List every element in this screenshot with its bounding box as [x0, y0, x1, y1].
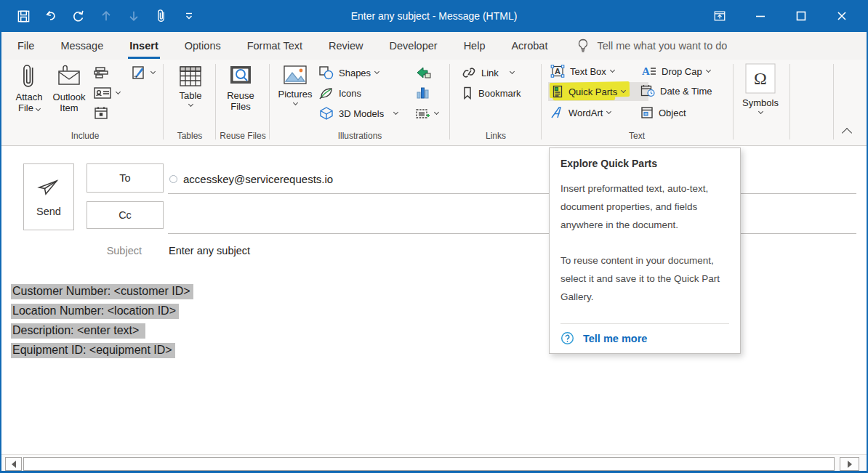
- 3d-models-button[interactable]: 3D Models: [318, 105, 410, 122]
- cc-field-underline[interactable]: [168, 233, 856, 234]
- scroll-right-button[interactable]: [840, 457, 859, 471]
- attach-file-button[interactable]: Attach File: [10, 62, 48, 113]
- drop-cap-button[interactable]: A Drop Cap: [640, 62, 710, 80]
- table-button[interactable]: Table: [170, 62, 211, 106]
- calendar-button[interactable]: [93, 105, 109, 122]
- collapse-ribbon-icon[interactable]: [842, 128, 852, 138]
- omega-icon: Ω: [744, 62, 776, 94]
- outlook-item-button[interactable]: Outlook Item: [48, 62, 90, 113]
- scroll-left-button[interactable]: [5, 457, 22, 471]
- close-icon[interactable]: [821, 0, 862, 32]
- minimize-icon[interactable]: [740, 0, 781, 32]
- group-separator: [833, 64, 834, 140]
- chart-button[interactable]: [414, 84, 430, 102]
- tab-insert[interactable]: Insert: [121, 33, 167, 58]
- icons-button[interactable]: Icons: [318, 84, 361, 102]
- poll-button[interactable]: [93, 64, 109, 81]
- link-button[interactable]: Link: [461, 64, 514, 81]
- tab-format-text[interactable]: Format Text: [238, 33, 311, 58]
- smartart-icon: [414, 65, 432, 80]
- pictures-label: Pictures: [278, 89, 313, 100]
- tell-me-more-link[interactable]: Tell me more: [560, 331, 729, 345]
- drop-cap-icon: A: [640, 64, 657, 78]
- maximize-icon[interactable]: [781, 0, 821, 32]
- to-button[interactable]: To: [87, 163, 164, 193]
- group-separator: [163, 64, 164, 140]
- shapes-button[interactable]: Shapes: [318, 64, 379, 81]
- quick-access-toolbar: [15, 0, 198, 32]
- wordart-label: WordArt: [568, 108, 603, 118]
- group-label-links: Links: [454, 131, 538, 142]
- smartart-button[interactable]: [414, 64, 432, 81]
- tab-message[interactable]: Message: [52, 33, 112, 58]
- send-plane-icon: [36, 177, 61, 198]
- symbols-button[interactable]: Ω Symbols: [737, 62, 784, 113]
- move-down-icon[interactable]: [125, 7, 142, 25]
- object-label: Object: [659, 108, 686, 118]
- presence-indicator-icon: [169, 175, 177, 183]
- attach-icon[interactable]: [153, 7, 170, 25]
- group-separator: [269, 64, 270, 140]
- paperclip-icon: [20, 62, 38, 92]
- chevron-down-icon: [150, 69, 156, 74]
- bookmark-button[interactable]: Bookmark: [461, 84, 521, 102]
- object-button[interactable]: Object: [640, 104, 686, 121]
- redo-icon[interactable]: [70, 7, 87, 25]
- quick-parts-button[interactable]: Quick Parts: [548, 82, 648, 101]
- scrollbar-thumb[interactable]: [23, 457, 835, 471]
- drop-cap-label: Drop Cap: [662, 66, 702, 77]
- scroll-right-icon: [848, 461, 852, 468]
- pictures-button[interactable]: Pictures: [275, 62, 316, 105]
- svg-text:A: A: [642, 65, 650, 77]
- chevron-down-icon: [36, 106, 41, 111]
- lightbulb-icon: [576, 39, 590, 53]
- move-up-icon[interactable]: [97, 7, 115, 25]
- screenshot-button[interactable]: [414, 105, 438, 122]
- recipient-chip[interactable]: accesskey@servicerequests.io: [169, 173, 333, 185]
- tab-review[interactable]: Review: [320, 33, 372, 58]
- tell-me-box[interactable]: Tell me what you want to do: [576, 39, 727, 53]
- pin-ribbon-icon[interactable]: [699, 0, 740, 32]
- screenshot-icon: [414, 106, 430, 121]
- subject-input[interactable]: Enter any subject: [169, 245, 250, 256]
- tab-file[interactable]: File: [9, 33, 43, 58]
- tooltip-divider: [560, 323, 729, 324]
- tab-developer[interactable]: Developer: [381, 33, 446, 58]
- outlook-item-label: Outlook: [53, 92, 86, 102]
- group-label-reuse-files: Reuse Files: [217, 131, 269, 142]
- body-line-selected[interactable]: Equipment ID: <equipment ID>: [11, 343, 175, 358]
- shapes-label: Shapes: [339, 68, 371, 78]
- tab-acrobat[interactable]: Acrobat: [502, 33, 556, 58]
- tab-options[interactable]: Options: [176, 33, 230, 58]
- tell-me-more-label: Tell me more: [583, 333, 647, 344]
- body-line-selected[interactable]: Location Number: <location ID>: [11, 304, 179, 319]
- recipient-address: accesskey@servicerequests.io: [183, 173, 333, 185]
- customize-qat-icon[interactable]: [180, 7, 198, 25]
- business-card-button[interactable]: [93, 84, 120, 102]
- tab-help[interactable]: Help: [455, 33, 494, 58]
- group-separator: [215, 64, 216, 140]
- horizontal-scrollbar: [1, 454, 867, 471]
- save-icon[interactable]: [15, 7, 32, 25]
- text-box-button[interactable]: A Text Box: [550, 62, 614, 80]
- signature-button[interactable]: [131, 64, 155, 81]
- tooltip-paragraph-1: Insert preformatted text, auto-text, doc…: [560, 179, 729, 234]
- undo-icon[interactable]: [42, 7, 60, 25]
- cc-button[interactable]: Cc: [87, 201, 164, 229]
- send-button[interactable]: Send: [23, 163, 74, 230]
- body-line-selected[interactable]: Description: <enter text>: [11, 323, 145, 339]
- body-line-selected[interactable]: Customer Number: <customer ID>: [11, 284, 193, 299]
- wordart-icon: [550, 105, 564, 120]
- wordart-button[interactable]: WordArt: [550, 104, 611, 121]
- reuse-files-button[interactable]: Reuse Files: [218, 62, 263, 112]
- group-separator: [789, 64, 790, 140]
- attach-file-label: Attach: [16, 92, 43, 102]
- date-time-icon: [640, 84, 656, 98]
- to-field-underline[interactable]: [168, 193, 856, 194]
- help-circle-icon: [560, 331, 574, 345]
- quick-parts-label: Quick Parts: [568, 86, 617, 97]
- window-controls: [699, 0, 862, 32]
- outlook-message-window: Enter any subject - Message (HTML) File …: [0, 0, 868, 473]
- reuse-files-label: Reuse: [227, 90, 254, 101]
- date-time-button[interactable]: Date & Time: [640, 82, 712, 100]
